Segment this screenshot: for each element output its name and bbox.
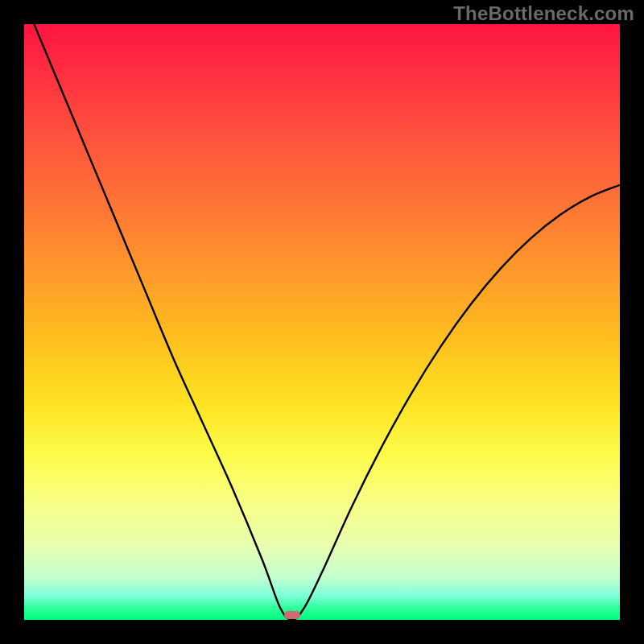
plot-area [24,24,620,620]
optimum-marker [284,611,300,619]
chart-container: TheBottleneck.com [0,0,644,644]
bottleneck-curve [24,24,620,620]
watermark-text: TheBottleneck.com [453,2,634,25]
